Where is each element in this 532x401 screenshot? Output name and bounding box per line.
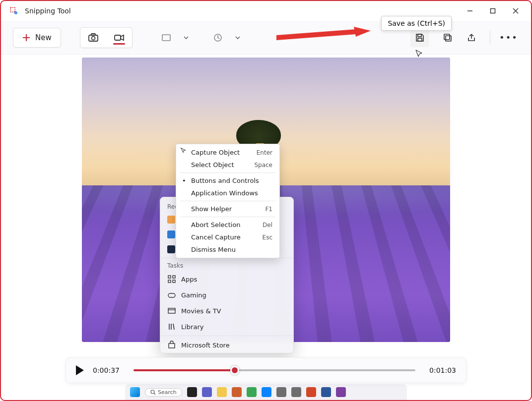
apps-icon <box>167 275 176 284</box>
library-icon <box>167 322 176 331</box>
jump-tasks-header: Tasks <box>160 259 293 271</box>
time-current: 0:00:37 <box>93 366 125 374</box>
save-tooltip: Save as (Ctrl+S) <box>381 16 452 31</box>
chevron-down-icon <box>235 35 241 41</box>
ctx-abort-selection[interactable]: Abort SelectionDel <box>176 219 279 231</box>
ellipsis-icon: ••• <box>499 32 518 43</box>
ctx-cancel-capture[interactable]: Cancel CaptureEsc <box>176 231 279 243</box>
svg-rect-13 <box>91 34 95 35</box>
jump-task-apps[interactable]: Apps <box>160 271 293 287</box>
taskbar-app[interactable] <box>321 387 331 397</box>
svg-rect-26 <box>168 280 171 283</box>
snip-shape-dropdown[interactable] <box>181 28 191 48</box>
video-mode-button[interactable] <box>106 28 132 48</box>
ctx-capture-object[interactable]: Capture ObjectEnter <box>176 146 279 159</box>
seek-track[interactable] <box>133 369 415 371</box>
playback-bar: 0:00:37 0:01:03 <box>66 357 466 383</box>
ctx-buttons-controls[interactable]: Buttons and Controls <box>176 174 279 187</box>
taskbar-app[interactable] <box>202 387 212 397</box>
seek-knob[interactable] <box>230 366 239 375</box>
ctx-dismiss-menu[interactable]: Dismiss Menu <box>176 243 279 256</box>
video-icon <box>114 32 125 43</box>
toolbar-divider <box>490 31 490 45</box>
jump-task-library[interactable]: Library <box>160 319 293 335</box>
svg-rect-4 <box>491 9 495 13</box>
taskbar-app[interactable] <box>187 387 197 397</box>
taskbar-app[interactable] <box>262 387 271 397</box>
svg-rect-25 <box>173 276 175 278</box>
mode-toggle <box>80 27 133 48</box>
close-button[interactable] <box>504 3 527 19</box>
svg-rect-24 <box>168 276 171 278</box>
svg-rect-14 <box>115 35 121 40</box>
taskbar-app[interactable] <box>232 387 242 397</box>
svg-rect-20 <box>418 34 421 37</box>
copy-icon <box>443 33 453 43</box>
ctx-show-helper[interactable]: Show HelperF1 <box>176 203 279 215</box>
svg-line-33 <box>173 324 174 330</box>
search-icon <box>150 390 156 395</box>
save-icon <box>415 33 425 43</box>
seek-progress <box>133 369 235 371</box>
new-label: New <box>35 33 52 42</box>
jump-task-store[interactable]: Microsoft Store <box>160 337 293 353</box>
play-button[interactable] <box>76 365 84 375</box>
svg-rect-29 <box>168 308 175 313</box>
svg-marker-15 <box>121 35 124 40</box>
photo-mode-button[interactable] <box>80 28 106 48</box>
svg-rect-34 <box>169 344 175 348</box>
svg-rect-22 <box>446 36 451 41</box>
taskbar-app[interactable] <box>217 387 227 397</box>
app-icon <box>9 6 19 16</box>
taskbar-app[interactable] <box>247 387 257 397</box>
svg-rect-23 <box>444 34 450 40</box>
svg-rect-27 <box>173 280 175 283</box>
camera-icon <box>88 32 99 43</box>
minimize-button[interactable] <box>459 3 481 19</box>
taskbar-app[interactable] <box>336 387 346 397</box>
taskbar-search[interactable]: Search <box>145 388 182 397</box>
delay-dropdown[interactable] <box>233 28 243 48</box>
delay-button[interactable] <box>208 28 228 48</box>
start-button[interactable] <box>130 387 140 397</box>
maximize-button[interactable] <box>481 3 504 19</box>
ctx-application-windows[interactable]: Application Windows <box>176 187 279 199</box>
app-title: Snipping Tool <box>25 7 71 15</box>
svg-line-19 <box>218 38 219 39</box>
snip-shape-button[interactable] <box>156 28 176 48</box>
plus-icon <box>22 34 30 42</box>
svg-rect-28 <box>168 293 175 297</box>
jump-task-movies[interactable]: Movies & TV <box>160 303 293 319</box>
more-button[interactable]: ••• <box>503 32 514 43</box>
store-icon <box>167 341 176 349</box>
taskbar-app[interactable] <box>276 387 286 397</box>
ctx-select-object[interactable]: Select ObjectSpace <box>176 159 279 171</box>
svg-rect-21 <box>418 38 422 41</box>
share-icon <box>466 33 476 43</box>
clock-icon <box>213 33 223 43</box>
capture-context-menu: Capture ObjectEnter Select ObjectSpace B… <box>176 144 280 258</box>
save-button[interactable] <box>410 28 429 47</box>
time-total: 0:01:03 <box>424 366 456 374</box>
svg-rect-16 <box>162 35 170 41</box>
movies-icon <box>167 306 176 315</box>
share-button[interactable] <box>466 32 477 43</box>
gaming-icon <box>167 290 176 299</box>
svg-line-36 <box>154 393 155 395</box>
rectangle-icon <box>161 33 171 43</box>
jump-task-gaming[interactable]: Gaming <box>160 287 293 303</box>
svg-point-12 <box>91 36 95 40</box>
chevron-down-icon <box>183 35 189 41</box>
windows-taskbar: Search <box>125 384 407 400</box>
tooltip-text: Save as (Ctrl+S) <box>388 19 445 27</box>
taskbar-app[interactable] <box>291 387 301 397</box>
new-button[interactable]: New <box>13 28 61 48</box>
svg-point-35 <box>151 390 154 394</box>
copy-button[interactable] <box>442 32 453 43</box>
taskbar-app[interactable] <box>306 387 316 397</box>
svg-rect-0 <box>10 7 15 12</box>
